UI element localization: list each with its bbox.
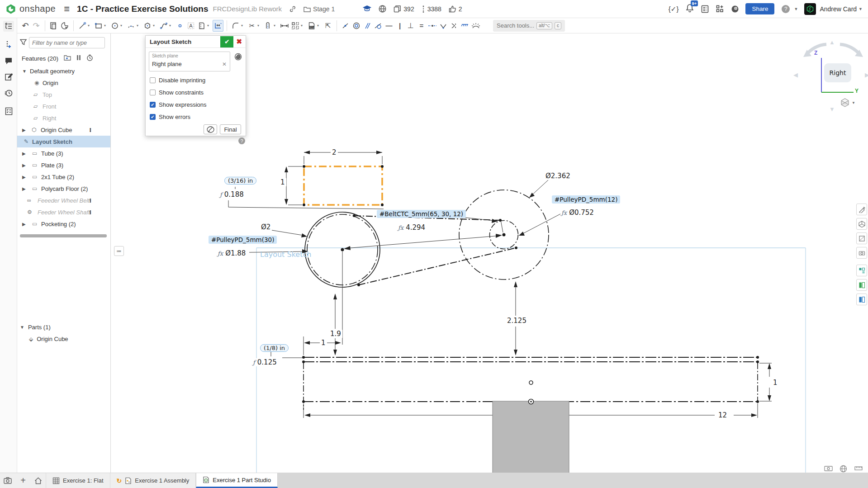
rollback-dots-icon[interactable]: ••• — [90, 128, 91, 132]
parts-item-origin-cube[interactable]: ⬙ Origin Cube — [29, 336, 68, 342]
tangent-constraint-icon[interactable] — [373, 20, 384, 32]
dialog-help-icon[interactable]: ? — [238, 137, 245, 144]
view-tool-explode-icon[interactable] — [856, 265, 867, 276]
normal-constraint-icon[interactable] — [438, 20, 449, 32]
caret-collapsed-icon[interactable]: ▶ — [22, 186, 26, 191]
import-dxf-icon[interactable]: DXF — [306, 20, 317, 32]
cancel-button[interactable]: ✖ — [236, 38, 242, 46]
rotate-down-icon[interactable]: ▼ — [829, 106, 835, 113]
circle-tool-icon[interactable] — [109, 20, 120, 32]
tree-item-tube-folder[interactable]: ▶ ▭ Tube (3) — [17, 147, 110, 159]
dim-rect-height[interactable]: 1 — [279, 178, 286, 186]
edit-sketch-button[interactable] — [204, 124, 217, 134]
tree-item-polycarb-floor-folder[interactable]: ▶ ▭ Polycarb Floor (2) — [17, 183, 110, 194]
polygon-tool-menu-icon[interactable]: ▾ — [153, 24, 158, 28]
dimension-tool-icon[interactable] — [213, 20, 223, 32]
insert-feature-icon[interactable] — [3, 39, 14, 50]
filter-input[interactable] — [29, 37, 105, 48]
import-dxf-menu-icon[interactable]: ▾ — [317, 24, 323, 28]
avatar[interactable] — [804, 3, 816, 15]
featurescript-icon[interactable]: {✓} — [669, 5, 679, 13]
checklist-icon[interactable] — [3, 106, 14, 117]
dim-pulley-floor-gap[interactable]: 1.9 — [329, 330, 342, 338]
tree-item-front-plane[interactable]: ▱ Front — [17, 100, 110, 112]
add-tab-button[interactable]: + — [15, 473, 31, 488]
document-title[interactable]: 1C - Practice Exercise Solutions — [77, 4, 208, 14]
dim-floor-length[interactable]: 12 — [717, 411, 728, 419]
versions-stat[interactable]: 3388 — [422, 5, 441, 13]
trim-tool-menu-icon[interactable]: ▾ — [257, 24, 263, 28]
tab-exercise-1-flat[interactable]: Exercise 1: Flat — [46, 473, 110, 488]
belt-width-fraction-chip[interactable]: (3/16) in — [224, 177, 256, 185]
caret-collapsed-icon[interactable]: ▶ — [22, 163, 26, 168]
checkbox-show-constraints[interactable]: Show constraints — [150, 89, 204, 96]
capture-thumbnail-icon[interactable] — [0, 473, 15, 488]
view-tool-camera-icon[interactable] — [856, 247, 867, 259]
fix-constraint-icon[interactable] — [460, 20, 470, 32]
rollback-dots-icon[interactable]: ••• — [90, 210, 91, 214]
tree-item-pocketing-folder[interactable]: ▶ ▭ Pocketing (2) — [17, 218, 110, 230]
line-tool-icon[interactable] — [77, 20, 88, 32]
trim-tool-icon[interactable]: ✂ — [247, 20, 257, 32]
tree-item-default-geometry[interactable]: ▼ Default geometry — [17, 65, 110, 77]
checkbox-unchecked-icon[interactable] — [150, 77, 156, 83]
slot-tool-icon[interactable] — [279, 20, 290, 32]
undo-icon[interactable]: ↶ — [20, 20, 31, 32]
arc-tool-menu-icon[interactable]: ▾ — [137, 24, 142, 28]
filter-icon[interactable] — [17, 39, 29, 47]
view-tool-section-icon[interactable] — [856, 232, 867, 244]
view-mode-selector[interactable]: ▼ — [840, 98, 855, 108]
chevron-down-icon[interactable]: ▼ — [859, 7, 863, 11]
caret-expanded-icon[interactable]: ▼ — [22, 69, 27, 74]
dim-rect-width[interactable]: 2 — [331, 148, 338, 156]
parts-header-row[interactable]: ▼ Parts (1) — [20, 324, 51, 331]
dim-pulley-edge-offset[interactable]: 1 — [320, 339, 327, 347]
pulley-small-pd-dim[interactable]: ƒx Ø0.752 — [560, 208, 595, 217]
perpendicular-constraint-icon[interactable]: ⊥ — [405, 20, 416, 32]
notifications-bell[interactable]: 9+ — [686, 4, 694, 14]
pulley-small-od-dim[interactable]: Ø2.362 — [544, 172, 572, 180]
caret-collapsed-icon[interactable]: ▶ — [22, 222, 26, 227]
share-button[interactable]: Share — [745, 3, 774, 14]
checkbox-show-errors[interactable]: ✔ Show errors — [150, 114, 190, 120]
pierce-constraint-icon[interactable] — [449, 20, 460, 32]
rotate-left-icon[interactable]: ◀ — [793, 71, 798, 78]
offset-tool-menu-icon[interactable]: ▾ — [274, 24, 279, 28]
checkbox-unchecked-icon[interactable] — [150, 90, 156, 95]
fillet-tool-icon[interactable] — [230, 20, 241, 32]
tree-item-origin-cube[interactable]: ▶ ⬡ Origin Cube ••• — [17, 124, 110, 136]
link-icon[interactable] — [289, 5, 296, 13]
main-menu-icon[interactable]: ≡ — [64, 3, 70, 15]
tree-item-feeder-wheel-shaft[interactable]: ⚙ Feeder Wheel Shaft ••• — [17, 206, 110, 218]
view-cube-face[interactable]: Right — [824, 63, 851, 82]
ai-assistant-icon[interactable] — [731, 5, 739, 13]
rollback-timer-icon[interactable] — [86, 54, 93, 62]
view-tool-named-views-icon[interactable] — [856, 279, 867, 291]
view-tool-split-icon[interactable] — [856, 294, 867, 305]
rollback-dots-icon[interactable]: ••• — [90, 199, 91, 203]
belt-ctc-expression-chip[interactable]: #BeltCTC_5mm(65, 30, 12) — [377, 210, 466, 218]
checkbox-checked-icon[interactable]: ✔ — [150, 114, 156, 120]
floor-thickness-fraction-chip[interactable]: (1/8) in — [260, 344, 289, 352]
view-tool-isometric-icon[interactable] — [856, 218, 867, 230]
tree-item-plate-folder[interactable]: ▶ ▭ Plate (3) — [17, 159, 110, 171]
polygon-tool-icon[interactable] — [142, 20, 153, 32]
redo-icon[interactable]: ↷ — [31, 20, 42, 32]
transform-tool-icon[interactable]: ⇱ — [323, 20, 333, 32]
fillet-tool-menu-icon[interactable]: ▾ — [241, 24, 247, 28]
suppress-icon[interactable] — [76, 55, 81, 62]
sketch-palette-icon[interactable] — [59, 20, 70, 32]
learning-icon[interactable] — [363, 5, 371, 12]
add-folder-icon[interactable] — [64, 55, 71, 62]
confirm-button[interactable]: ✔ — [220, 36, 233, 47]
tab-exercise-1-part-studio[interactable]: Exercise 1 Part Studio — [196, 473, 278, 488]
tree-item-2x1-tube-folder[interactable]: ▶ ▭ 2x1 Tube (2) — [17, 171, 110, 183]
sketch-plane-field[interactable]: Sketch plane Right plane ✕ — [149, 52, 230, 71]
user-name[interactable]: Andrew Card — [820, 5, 857, 13]
checkbox-show-expressions[interactable]: ✔ Show expressions — [150, 101, 207, 108]
equal-constraint-icon[interactable]: = — [416, 20, 427, 32]
rotate-right-icon[interactable]: ▶ — [865, 71, 868, 78]
tree-item-origin[interactable]: ◉ Origin — [17, 77, 110, 89]
offset-tool-icon[interactable] — [263, 20, 274, 32]
use-project-tool-icon[interactable] — [196, 20, 207, 32]
